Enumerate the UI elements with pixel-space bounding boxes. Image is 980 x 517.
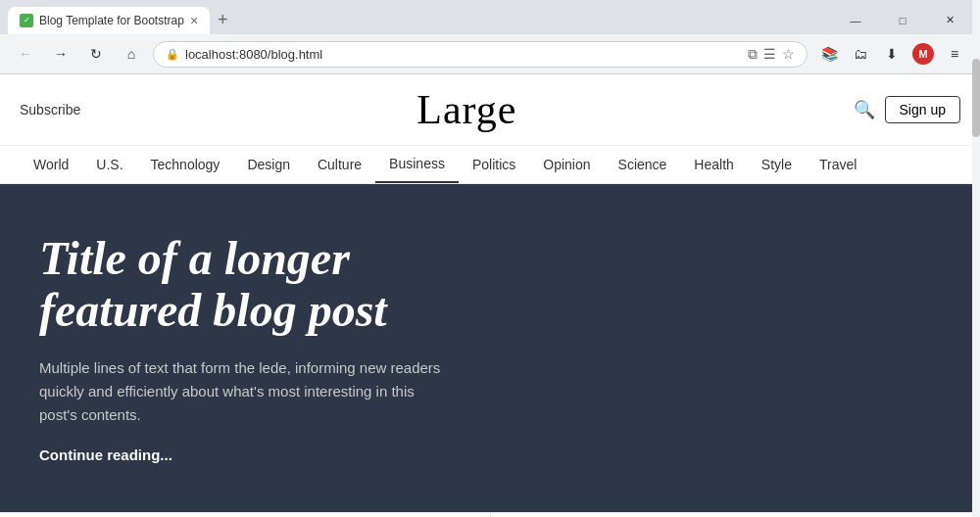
search-icon: 🔍 (854, 100, 875, 119)
nav-item-business[interactable]: Business (375, 146, 459, 183)
scrollbar-thumb[interactable] (972, 59, 980, 137)
nav-item-world[interactable]: World (20, 147, 82, 182)
nav-item-travel[interactable]: Travel (806, 147, 870, 182)
collections-icon[interactable]: 🗂 (847, 40, 874, 68)
page-content: Subscribe Large 🔍 Sign up World U.S. Tec… (0, 74, 980, 517)
tab-title: Blog Template for Bootstrap (39, 14, 184, 27)
profile-avatar: M (912, 43, 934, 65)
signup-button[interactable]: Sign up (885, 96, 960, 123)
site-title: Large (80, 86, 853, 133)
tab-close-btn[interactable]: × (190, 13, 198, 28)
nav-item-design[interactable]: Design (233, 147, 304, 182)
hub-icon[interactable]: 📚 (815, 40, 843, 68)
scrollbar-track[interactable] (972, 0, 980, 517)
browser-chrome: ✓ Blog Template for Bootstrap × + — □ ✕ … (0, 0, 980, 74)
hero-section: Title of a longer featured blog post Mul… (0, 184, 980, 512)
minimize-button[interactable]: — (833, 7, 878, 34)
site-header: Subscribe Large 🔍 Sign up (0, 74, 980, 146)
close-button[interactable]: ✕ (927, 7, 972, 34)
menu-button[interactable]: ≡ (941, 40, 968, 68)
card-design: Design Post title (491, 513, 981, 517)
nav-item-technology[interactable]: Technology (137, 147, 234, 182)
maximize-button[interactable]: □ (880, 7, 925, 34)
home-button[interactable]: ⌂ (118, 40, 145, 68)
hero-description: Multiple lines of text that form the led… (39, 356, 451, 427)
favorites-icon[interactable]: ☆ (782, 46, 795, 62)
header-actions: 🔍 Sign up (854, 96, 960, 123)
nav-item-opinion[interactable]: Opinion (529, 147, 604, 182)
nav-item-science[interactable]: Science (605, 147, 681, 182)
forward-button[interactable]: → (47, 40, 74, 68)
window-controls: — □ ✕ (833, 7, 972, 34)
subscribe-link[interactable]: Subscribe (20, 102, 80, 118)
nav-item-us[interactable]: U.S. (82, 147, 136, 182)
url-action-icons: ⧉ ☰ ☆ (748, 46, 795, 63)
tab-search-icon[interactable]: ⧉ (748, 46, 758, 63)
address-bar: ← → ↻ ⌂ 🔒 localhost:8080/blog.html ⧉ ☰ ☆… (0, 34, 980, 73)
url-text: localhost:8080/blog.html (185, 47, 742, 62)
nav-item-culture[interactable]: Culture (304, 147, 375, 182)
card-world: World Featured post (0, 513, 491, 517)
site-nav: World U.S. Technology Design Culture Bus… (0, 146, 980, 184)
nav-item-politics[interactable]: Politics (459, 147, 529, 182)
active-tab[interactable]: ✓ Blog Template for Bootstrap × (8, 7, 210, 34)
profile-button[interactable]: M (909, 40, 937, 68)
tab-favicon: ✓ (20, 14, 33, 27)
card-row: World Featured post Design Post title (0, 512, 980, 517)
toolbar-icons: 📚 🗂 ⬇ M ≡ (815, 40, 968, 68)
download-icon[interactable]: ⬇ (878, 40, 906, 68)
tab-bar: ✓ Blog Template for Bootstrap × + — □ ✕ (0, 0, 980, 34)
hero-continue-link[interactable]: Continue reading... (39, 446, 941, 463)
nav-item-style[interactable]: Style (748, 147, 806, 182)
refresh-button[interactable]: ↻ (82, 40, 110, 68)
hero-title: Title of a longer featured blog post (39, 233, 480, 337)
reader-icon[interactable]: ☰ (763, 46, 776, 62)
back-button[interactable]: ← (12, 40, 39, 68)
lock-icon: 🔒 (166, 48, 179, 61)
url-bar[interactable]: 🔒 localhost:8080/blog.html ⧉ ☰ ☆ (153, 41, 808, 68)
search-button[interactable]: 🔍 (854, 99, 875, 120)
new-tab-button[interactable]: + (210, 6, 236, 34)
nav-item-health[interactable]: Health (680, 147, 747, 182)
